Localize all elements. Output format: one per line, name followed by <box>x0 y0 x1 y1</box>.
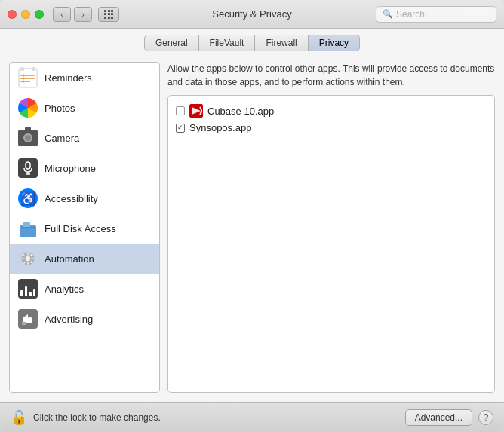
app-name-cubase: Cubase 10.app <box>207 106 274 117</box>
sidebar-label-photos: Photos <box>45 103 75 114</box>
svg-rect-14 <box>21 227 35 228</box>
sidebar-label-camera: Camera <box>45 133 79 144</box>
navigation-buttons: ‹ › <box>53 7 92 22</box>
maximize-button[interactable] <box>35 10 44 19</box>
main-content: Reminders Photos Camera <box>0 56 504 402</box>
help-button[interactable]: ? <box>478 410 493 425</box>
camera-icon <box>17 127 38 149</box>
app-row-cubase: Cubase 10.app <box>174 102 488 120</box>
tabs-bar: General FileVault Firewall Privacy <box>0 29 504 56</box>
svg-rect-18 <box>28 317 32 323</box>
right-panel: Allow the apps below to control other ap… <box>167 62 495 393</box>
lock-text: Click the lock to make changes. <box>33 412 399 423</box>
lock-icon[interactable]: 🔓 <box>11 409 27 426</box>
svg-rect-9 <box>26 162 30 169</box>
svg-rect-2 <box>32 67 35 71</box>
tab-privacy[interactable]: Privacy <box>309 35 360 51</box>
advanced-button[interactable]: Advanced... <box>405 409 472 426</box>
titlebar: ‹ › Security & Privacy 🔍 Search <box>0 0 504 29</box>
search-box[interactable]: 🔍 Search <box>376 6 496 23</box>
sidebar-item-analytics[interactable]: Analytics <box>10 274 159 304</box>
sidebar-item-photos[interactable]: Photos <box>10 93 159 123</box>
sidebar-label-automation: Automation <box>45 253 94 265</box>
sidebar-label-accessibility: Accessibility <box>45 193 98 204</box>
sidebar-item-advertising[interactable]: Advertising <box>10 304 159 334</box>
apps-grid-button[interactable] <box>98 7 119 22</box>
sidebar: Reminders Photos Camera <box>9 62 160 393</box>
tab-firewall[interactable]: Firewall <box>255 35 308 51</box>
microphone-icon <box>17 158 38 179</box>
window-title: Security & Privacy <box>212 8 291 20</box>
window: ‹ › Security & Privacy 🔍 Search General … <box>0 0 504 432</box>
back-button[interactable]: ‹ <box>53 7 71 22</box>
cubase-icon <box>189 104 203 118</box>
sidebar-label-microphone: Microphone <box>45 163 96 174</box>
description-text: Allow the apps below to control other ap… <box>167 62 495 89</box>
sidebar-item-reminders[interactable]: Reminders <box>10 63 159 93</box>
sidebar-label-fulldisk: Full Disk Access <box>45 223 116 234</box>
forward-button[interactable]: › <box>74 7 92 22</box>
app-checkbox-synsopos[interactable] <box>176 124 185 133</box>
sidebar-item-fulldisk[interactable]: Full Disk Access <box>10 213 159 244</box>
apps-grid-icon <box>104 10 113 19</box>
app-name-synsopos: Synsopos.app <box>189 122 251 133</box>
svg-point-8 <box>23 81 25 83</box>
svg-point-7 <box>23 78 25 80</box>
sidebar-label-reminders: Reminders <box>45 72 92 84</box>
tab-filevault[interactable]: FileVault <box>199 35 256 51</box>
svg-rect-1 <box>20 67 24 71</box>
svg-rect-19 <box>22 322 26 325</box>
sidebar-label-advertising: Advertising <box>45 314 93 325</box>
reminders-icon <box>17 67 38 88</box>
app-checkbox-cubase[interactable] <box>176 106 185 115</box>
sidebar-item-camera[interactable]: Camera <box>10 123 159 153</box>
search-placeholder: Search <box>396 9 490 20</box>
minimize-button[interactable] <box>21 10 30 19</box>
traffic-lights <box>8 10 44 19</box>
svg-rect-13 <box>23 222 30 227</box>
fulldisk-icon <box>17 218 38 239</box>
automation-icon <box>17 248 38 269</box>
advertising-icon <box>17 308 38 329</box>
analytics-icon <box>17 278 38 299</box>
search-icon: 🔍 <box>383 9 393 19</box>
sidebar-label-analytics: Analytics <box>45 283 84 295</box>
close-button[interactable] <box>8 10 17 19</box>
sidebar-item-accessibility[interactable]: ♿ Accessibility <box>10 183 159 213</box>
bottom-bar: 🔓 Click the lock to make changes. Advanc… <box>0 402 504 432</box>
sidebar-item-microphone[interactable]: Microphone <box>10 153 159 183</box>
tab-general[interactable]: General <box>144 35 199 51</box>
svg-point-16 <box>26 256 30 261</box>
sidebar-item-automation[interactable]: Automation <box>10 244 159 274</box>
photos-icon <box>17 97 38 118</box>
accessibility-icon: ♿ <box>17 188 38 209</box>
svg-point-6 <box>23 75 25 77</box>
apps-list: Cubase 10.app Synsopos.app <box>167 95 495 393</box>
app-row-synsopos: Synsopos.app <box>174 120 488 136</box>
